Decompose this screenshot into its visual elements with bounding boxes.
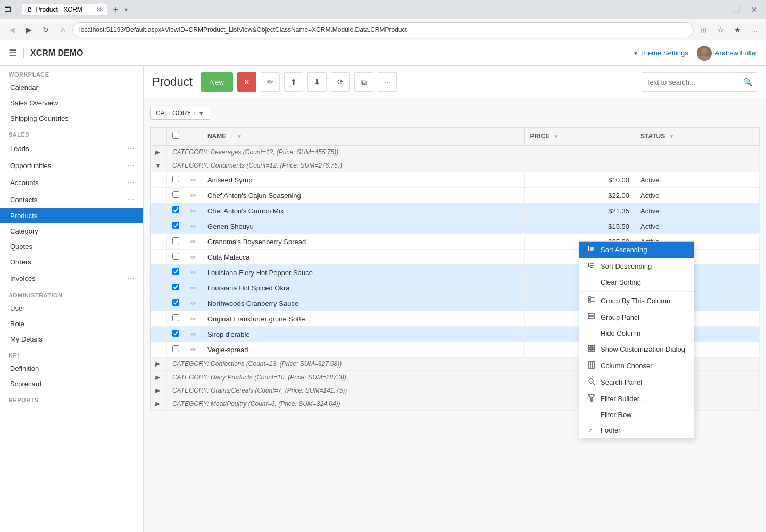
refresh-btn[interactable]: ↻ (38, 22, 53, 37)
context-menu-column-chooser[interactable]: Column Chooser (579, 358, 694, 374)
context-menu-hide-col[interactable]: Hide Column (579, 326, 694, 341)
user-info[interactable]: Andrew Fuller (697, 46, 757, 61)
new-btn[interactable]: New (201, 72, 233, 92)
sidebar-item-definition[interactable]: Definition (0, 361, 143, 376)
row-edit-icon[interactable]: ✏ (190, 207, 196, 215)
tab-close-btn[interactable]: ✕ (96, 6, 102, 13)
price-col-header[interactable]: PRICE ▼ (524, 128, 635, 146)
table-group-row[interactable]: ▼ CATEGORY: Condiments (Count=12, (Price… (151, 159, 760, 172)
refresh-data-btn[interactable]: ⟳ (331, 72, 350, 92)
row-checkbox-cell[interactable] (166, 327, 185, 342)
row-checkbox-cell[interactable] (166, 188, 185, 203)
row-checkbox-cell[interactable] (166, 342, 185, 358)
row-checkbox[interactable] (172, 222, 179, 229)
row-edit-icon[interactable]: ✏ (190, 253, 196, 261)
select-all-checkbox[interactable] (172, 132, 179, 139)
hamburger-menu-btn[interactable]: ☰ (9, 47, 17, 59)
row-checkbox[interactable] (172, 253, 179, 260)
sidebar-item-products[interactable]: Products (0, 208, 143, 223)
row-edit-cell[interactable]: ✏ (185, 188, 202, 203)
row-edit-cell[interactable]: ✏ (185, 296, 202, 311)
category-filter-tag[interactable]: CATEGORY ↑ ▼ (150, 107, 210, 120)
context-menu-group-panel[interactable]: Group Panel (579, 309, 694, 326)
row-edit-icon[interactable]: ✏ (190, 269, 196, 277)
row-edit-cell[interactable]: ✏ (185, 219, 202, 234)
context-menu-show-customization[interactable]: Show Customization Dialog (579, 341, 694, 358)
sidebar-item-leads[interactable]: Leads ··· (0, 140, 143, 157)
expand-right-icon[interactable]: ▶ (155, 373, 160, 381)
row-edit-icon[interactable]: ✏ (190, 284, 196, 292)
context-menu-group-by[interactable]: Group By This Column (579, 293, 694, 309)
invoices-more-btn[interactable]: ··· (128, 273, 135, 283)
row-checkbox[interactable] (172, 268, 179, 275)
row-checkbox-cell[interactable] (166, 296, 185, 311)
forward-btn[interactable]: ▶ (21, 22, 36, 37)
row-checkbox[interactable] (172, 314, 179, 321)
expand-right-icon[interactable]: ▶ (155, 400, 160, 408)
context-menu-clear-sort[interactable]: Clear Sorting (579, 275, 694, 290)
row-edit-cell[interactable]: ✏ (185, 203, 202, 219)
opportunities-more-btn[interactable]: ··· (128, 161, 135, 170)
row-checkbox[interactable] (172, 206, 179, 213)
row-checkbox[interactable] (172, 345, 179, 352)
row-edit-icon[interactable]: ✏ (190, 300, 196, 307)
sidebar-toggle-btn[interactable]: ⊞ (696, 22, 711, 37)
row-checkbox-cell[interactable] (166, 311, 185, 327)
row-checkbox[interactable] (172, 176, 179, 182)
context-menu-sort-desc[interactable]: Sort Descending (579, 258, 694, 275)
row-checkbox-cell[interactable] (166, 172, 185, 188)
row-edit-cell[interactable]: ✏ (185, 250, 202, 265)
context-menu-footer[interactable]: ✓ Footer (579, 422, 694, 438)
sidebar-item-sales-overview[interactable]: Sales Overview (0, 95, 143, 111)
row-edit-cell[interactable]: ✏ (185, 265, 202, 280)
row-edit-cell[interactable]: ✏ (185, 280, 202, 296)
url-bar[interactable] (72, 22, 694, 37)
row-edit-icon[interactable]: ✏ (190, 238, 196, 246)
context-menu-filter-builder[interactable]: Filter Builder... (579, 390, 694, 407)
expand-right-icon[interactable]: ▶ (155, 387, 160, 394)
row-checkbox-cell[interactable] (166, 265, 185, 280)
row-edit-icon[interactable]: ✏ (190, 346, 196, 354)
sidebar-item-category[interactable]: Category (0, 223, 143, 239)
browser-tab[interactable]: 🗋 Product - XCRM ✕ (22, 4, 107, 15)
row-edit-cell[interactable]: ✏ (185, 311, 202, 327)
theme-settings-link[interactable]: Theme Settings (633, 49, 688, 57)
status-col-header[interactable]: STATUS ▼ (635, 128, 760, 146)
row-checkbox[interactable] (172, 330, 179, 337)
delete-btn[interactable]: ✕ (237, 72, 256, 92)
collections-btn[interactable]: ★ (730, 22, 745, 37)
sidebar-item-quotes[interactable]: Quotes (0, 239, 143, 254)
sidebar-item-opportunities[interactable]: Opportunities ··· (0, 157, 143, 174)
window-restore-btn[interactable]: ⬜ (728, 5, 745, 14)
row-edit-cell[interactable]: ✏ (185, 234, 202, 250)
row-checkbox[interactable] (172, 284, 179, 290)
leads-more-btn[interactable]: ··· (128, 144, 135, 153)
expand-right-icon[interactable]: ▶ (155, 360, 160, 368)
row-checkbox[interactable] (172, 299, 179, 306)
row-checkbox-cell[interactable] (166, 234, 185, 250)
row-checkbox-cell[interactable] (166, 219, 185, 234)
row-checkbox-cell[interactable] (166, 250, 185, 265)
sidebar-item-shipping-countries[interactable]: Shipping Countries (0, 111, 143, 126)
sidebar-item-invoices[interactable]: Invoices ··· (0, 270, 143, 287)
row-edit-icon[interactable]: ✏ (190, 222, 196, 230)
edit-btn[interactable]: ✏ (261, 72, 280, 92)
bookmark-btn[interactable]: ☆ (713, 22, 728, 37)
row-checkbox-cell[interactable] (166, 280, 185, 296)
down-btn[interactable]: ⬇ (307, 72, 327, 92)
back-btn[interactable]: ◀ (4, 22, 19, 37)
search-input[interactable] (642, 78, 738, 86)
contacts-more-btn[interactable]: ··· (128, 195, 135, 204)
tab-dropdown-btn[interactable]: ▾ (124, 6, 128, 13)
row-checkbox[interactable] (172, 237, 179, 244)
home-btn[interactable]: ⌂ (55, 22, 70, 37)
sidebar-item-accounts[interactable]: Accounts ··· (0, 174, 143, 191)
row-edit-cell[interactable]: ✏ (185, 172, 202, 188)
expand-right-icon[interactable]: ▶ (155, 148, 160, 156)
sidebar-item-scorecard[interactable]: Scorecard (0, 376, 143, 392)
sidebar-item-role[interactable]: Role (0, 316, 143, 331)
window-minimize-btn[interactable]: ─ (712, 5, 726, 14)
row-checkbox-cell[interactable] (166, 203, 185, 219)
row-checkbox[interactable] (172, 191, 179, 198)
row-edit-cell[interactable]: ✏ (185, 327, 202, 342)
